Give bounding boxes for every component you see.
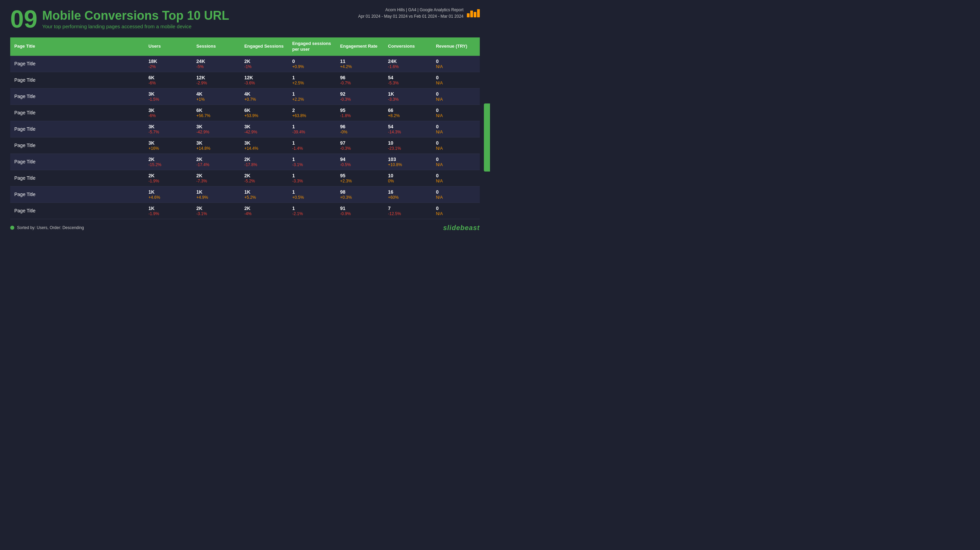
cell-change: -2% (148, 64, 188, 69)
cell-value: 6K (196, 108, 236, 113)
cell-change: -3.3% (388, 97, 428, 102)
cell-value: 6K (244, 108, 284, 113)
cell-change: -5% (196, 64, 236, 69)
cell-page-title: Page Title (10, 170, 144, 186)
table-cell: 3K+16% (144, 137, 192, 153)
table-cell: 2K-17.8% (240, 153, 288, 170)
table-cell: 98+0.3% (336, 186, 384, 202)
table-cell: 1+0.5% (288, 186, 336, 202)
table-cell: 1-39.4% (288, 121, 336, 137)
cell-change: -0.7% (340, 81, 380, 85)
cell-change: -1.9% (148, 179, 188, 183)
table-cell: 1-2.1% (288, 202, 336, 219)
table-cell: 92-0.3% (336, 88, 384, 105)
cell-change: -0.5% (340, 163, 380, 167)
cell-revenue: 0N/A (432, 72, 480, 88)
table-cell: 1K+4.9% (192, 186, 240, 202)
cell-change: -17.4% (196, 163, 236, 167)
cell-value: 2 (292, 108, 332, 113)
cell-value: 3K (148, 140, 188, 146)
table-row: Page Title18K-2%24K-5%2K-1%0+0.9%11+4.2%… (10, 56, 480, 72)
table-cell: 24K-5% (192, 56, 240, 72)
footer-brand: slidebeast (443, 224, 480, 232)
table-cell: 7-12.5% (384, 202, 432, 219)
chart-icon (467, 9, 480, 18)
cell-change: +4.6% (148, 195, 188, 200)
cell-value: 103 (388, 156, 428, 162)
cell-value: 97 (340, 140, 380, 146)
cell-revenue: 0N/A (432, 121, 480, 137)
cell-change: -1.6% (388, 64, 428, 69)
cell-revenue-value: 0 (436, 59, 476, 64)
cell-change: -2.9% (196, 81, 236, 85)
table-cell: 12K-3.6% (240, 72, 288, 88)
table-cell: 18K-2% (144, 56, 192, 72)
sort-label: Sorted by: Users, Order: Descending (17, 225, 84, 230)
cell-value: 1K (148, 189, 188, 194)
table-row: Page Title3K-1.5%4K+1%4K+0.7%1+2.2%92-0.… (10, 88, 480, 105)
main-title: Mobile Conversions Top 10 URL (42, 9, 229, 22)
cell-change: +1% (196, 97, 236, 102)
cell-change: -1.9% (148, 211, 188, 216)
cell-revenue: 0N/A (432, 202, 480, 219)
cell-value: 12K (196, 75, 236, 80)
cell-page-title: Page Title (10, 202, 144, 219)
table-cell: 2K-5.2% (240, 170, 288, 186)
cell-change: +53.9% (244, 113, 284, 118)
cell-change: -5.7% (148, 130, 188, 134)
header-titles: Mobile Conversions Top 10 URL Your top p… (42, 9, 229, 30)
cell-revenue-change: N/A (436, 146, 476, 151)
table-cell: 0+0.9% (288, 56, 336, 72)
cell-revenue-value: 0 (436, 91, 476, 97)
bar-4 (477, 9, 480, 18)
cell-change: -3.1% (292, 163, 332, 167)
cell-revenue-change: N/A (436, 179, 476, 183)
table-cell: 6K+53.9% (240, 105, 288, 121)
cell-revenue-value: 0 (436, 173, 476, 179)
cell-value: 6K (148, 75, 188, 80)
cell-revenue: 0N/A (432, 88, 480, 105)
cell-change: -42.9% (196, 130, 236, 134)
cell-value: 3K (148, 91, 188, 97)
cell-value: 1 (292, 75, 332, 80)
cell-change: -3.6% (244, 81, 284, 85)
cell-change: -5.3% (388, 81, 428, 85)
table-cell: 94-0.5% (336, 153, 384, 170)
cell-change: 0% (388, 179, 428, 183)
cell-value: 91 (340, 206, 380, 211)
col-revenue: Revenue (TRY) (432, 37, 480, 56)
table-cell: 2K-7.3% (192, 170, 240, 186)
header-meta: Acorn Hills | GA4 | Google Analytics Rep… (358, 7, 463, 20)
data-table-wrapper: Page Title Users Sessions Engaged Sessio… (10, 37, 480, 219)
cell-value: 7 (388, 206, 428, 211)
cell-change: +56.7% (196, 113, 236, 118)
cell-revenue-change: N/A (436, 130, 476, 134)
table-cell: 66+8.2% (384, 105, 432, 121)
cell-revenue-change: N/A (436, 81, 476, 85)
cell-change: -1.4% (292, 146, 332, 151)
cell-change: -3.1% (196, 211, 236, 216)
cell-value: 2K (196, 156, 236, 162)
table-cell: 97-0.3% (336, 137, 384, 153)
cell-change: -3.3% (292, 179, 332, 183)
brand-name: Acorn Hills | GA4 | Google Analytics Rep… (358, 7, 463, 13)
cell-page-title: Page Title (10, 153, 144, 170)
col-sessions: Sessions (192, 37, 240, 56)
table-body: Page Title18K-2%24K-5%2K-1%0+0.9%11+4.2%… (10, 56, 480, 219)
table-cell: 3K-42.9% (240, 121, 288, 137)
cell-revenue-change: N/A (436, 64, 476, 69)
cell-value: 96 (340, 75, 380, 80)
table-cell: 3K+14.4% (240, 137, 288, 153)
cell-change: -14.3% (388, 130, 428, 134)
cell-value: 3K (196, 124, 236, 129)
sub-title: Your top performing landing pages access… (42, 24, 229, 29)
col-users: Users (144, 37, 192, 56)
table-cell: 54-5.3% (384, 72, 432, 88)
cell-revenue-value: 0 (436, 140, 476, 146)
footer: Sorted by: Users, Order: Descending slid… (10, 224, 480, 232)
table-cell: 3K-5.7% (144, 121, 192, 137)
cell-change: +4.9% (196, 195, 236, 200)
page-container: 09 Mobile Conversions Top 10 URL Your to… (0, 0, 490, 275)
cell-value: 16 (388, 189, 428, 194)
cell-change: +2.2% (292, 97, 332, 102)
